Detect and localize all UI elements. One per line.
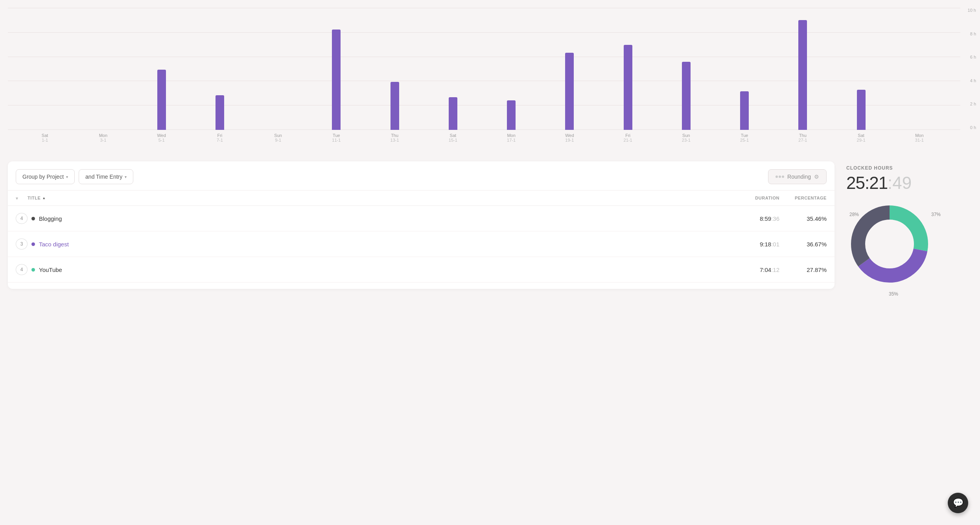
x-date: 7-1: [217, 138, 223, 142]
duration-column-header: DURATION: [732, 196, 779, 200]
clocked-hours-seconds: :49: [888, 173, 912, 192]
x-day: Tue: [333, 133, 340, 138]
bar[interactable]: [507, 100, 516, 130]
dot: [779, 176, 781, 178]
x-day: Mon: [507, 133, 515, 138]
row-percentage: 35.46%: [779, 215, 827, 222]
x-day: Fri: [625, 133, 630, 138]
color-dot-icon: [31, 268, 35, 272]
time-entry-dropdown[interactable]: and Time Entry ▾: [79, 169, 133, 184]
x-date: 29-1: [857, 138, 866, 142]
chat-button[interactable]: 💬: [948, 493, 968, 513]
table-panel: Group by Project ▾ and Time Entry ▾ Roun…: [8, 161, 834, 289]
duration-secondary: :36: [771, 215, 779, 222]
right-panel: CLOCKED HOURS 25:21:49 28% 3: [846, 161, 972, 289]
chevron-down-icon: ▾: [16, 196, 18, 201]
bar-group: [424, 8, 482, 130]
x-day: Fri: [217, 133, 222, 138]
rounding-button[interactable]: Rounding ⚙: [768, 169, 827, 184]
x-day: Mon: [915, 133, 923, 138]
table-row: 4 Blogging 8:59:36 35.46%: [8, 206, 834, 231]
bar[interactable]: [740, 91, 749, 130]
x-label-group: Wed19-1: [540, 133, 599, 142]
duration-secondary: :01: [771, 241, 779, 248]
chart-y-labels: 10 h 8 h 6 h 4 h 2 h 0 h: [968, 8, 976, 130]
bar[interactable]: [565, 53, 574, 130]
x-label-group: Sun9-1: [249, 133, 307, 142]
row-title[interactable]: Taco digest: [39, 241, 69, 248]
bar[interactable]: [391, 82, 399, 130]
x-label-group: Fri7-1: [191, 133, 249, 142]
x-label-group: Sat1-1: [16, 133, 74, 142]
bar[interactable]: [682, 62, 691, 130]
bar-group: [366, 8, 424, 130]
group-by-dropdown[interactable]: Group by Project ▾: [16, 169, 75, 184]
time-entry-label: and Time Entry: [85, 174, 122, 180]
chat-icon: 💬: [953, 498, 963, 508]
row-count: 4: [16, 213, 28, 224]
x-date: 17-1: [507, 138, 516, 142]
bar-group: [540, 8, 599, 130]
x-day: Sun: [682, 133, 690, 138]
row-duration: 7:04:12: [732, 266, 779, 273]
bar[interactable]: [216, 95, 224, 130]
chart-x-labels: Sat1-1Mon3-1Wed5-1Fri7-1Sun9-1Tue11-1Thu…: [16, 133, 949, 142]
sort-toggle[interactable]: ▾: [16, 194, 28, 201]
duration-header-label: DURATION: [755, 196, 779, 200]
y-label: 4 h: [970, 78, 976, 83]
bar-group: [890, 8, 949, 130]
x-date: 19-1: [565, 138, 574, 142]
x-day: Thu: [799, 133, 807, 138]
x-label-group: Thu13-1: [366, 133, 424, 142]
bar-group: [657, 8, 715, 130]
bar[interactable]: [449, 97, 457, 130]
bar[interactable]: [157, 70, 166, 130]
x-date: 11-1: [332, 138, 341, 142]
x-day: Thu: [391, 133, 398, 138]
bar-group: [715, 8, 774, 130]
color-dot-icon: [31, 242, 35, 246]
x-day: Wed: [565, 133, 574, 138]
sort-icon: ▲: [42, 196, 46, 200]
bar-group: [482, 8, 540, 130]
x-day: Sun: [274, 133, 282, 138]
clocked-hours-value: 25:21:49: [846, 173, 972, 193]
x-date: 13-1: [391, 138, 399, 142]
bottom-section: Group by Project ▾ and Time Entry ▾ Roun…: [0, 161, 980, 297]
x-label-group: Sat15-1: [424, 133, 482, 142]
row-count: 3: [16, 238, 28, 250]
x-label-group: Mon17-1: [482, 133, 540, 142]
row-title: Blogging: [39, 215, 62, 222]
donut-label-37: 37%: [931, 212, 941, 217]
bar[interactable]: [798, 20, 807, 130]
chevron-down-icon: ▾: [66, 175, 68, 179]
clocked-hours-main: 25:21: [846, 173, 888, 192]
x-date: 25-1: [740, 138, 749, 142]
x-day: Sat: [858, 133, 864, 138]
table-row: 3 Taco digest 9:18:01 36.67%: [8, 231, 834, 257]
x-label-group: Tue25-1: [715, 133, 774, 142]
row-percentage: 36.67%: [779, 241, 827, 248]
donut-chart: [846, 201, 933, 287]
bar[interactable]: [624, 45, 632, 130]
x-label-group: Sat29-1: [832, 133, 890, 142]
row-title: YouTube: [39, 266, 62, 273]
x-date: 31-1: [915, 138, 924, 142]
clocked-hours-label: CLOCKED HOURS: [846, 165, 972, 171]
row-title-cell: YouTube: [28, 266, 732, 273]
bar-group: [774, 8, 832, 130]
duration-secondary: :12: [771, 266, 779, 273]
bar-group: [599, 8, 657, 130]
bar[interactable]: [332, 30, 341, 130]
x-day: Tue: [741, 133, 748, 138]
table-header: ▾ TITLE ▲ DURATION PERCENTAGE: [8, 190, 834, 206]
y-label: 6 h: [970, 55, 976, 59]
chevron-down-icon: ▾: [125, 175, 127, 179]
title-header-label: TITLE: [28, 196, 41, 200]
bar-group: [832, 8, 890, 130]
x-label-group: Wed5-1: [133, 133, 191, 142]
bar[interactable]: [857, 90, 866, 130]
bar-group: [16, 8, 74, 130]
duration-main: 8:59: [760, 215, 771, 222]
color-dot-icon: [31, 217, 35, 220]
